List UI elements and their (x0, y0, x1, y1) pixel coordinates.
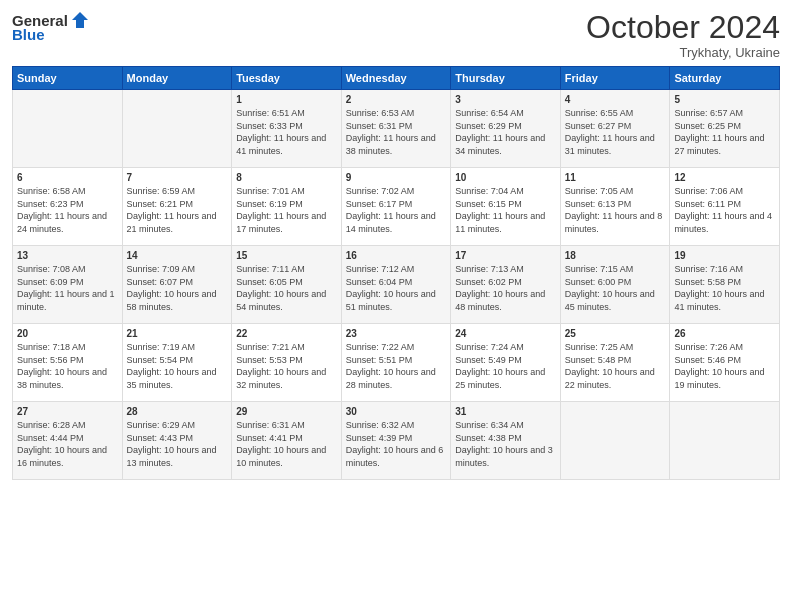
day-number: 26 (674, 328, 775, 339)
calendar-cell: 28Sunrise: 6:29 AMSunset: 4:43 PMDayligh… (122, 402, 232, 480)
weekday-header: Tuesday (232, 67, 342, 90)
day-info: Sunrise: 7:24 AMSunset: 5:49 PMDaylight:… (455, 341, 556, 391)
calendar-cell: 26Sunrise: 7:26 AMSunset: 5:46 PMDayligh… (670, 324, 780, 402)
calendar-cell: 5Sunrise: 6:57 AMSunset: 6:25 PMDaylight… (670, 90, 780, 168)
day-info: Sunrise: 7:12 AMSunset: 6:04 PMDaylight:… (346, 263, 447, 313)
calendar-week-row: 13Sunrise: 7:08 AMSunset: 6:09 PMDayligh… (13, 246, 780, 324)
calendar-cell: 14Sunrise: 7:09 AMSunset: 6:07 PMDayligh… (122, 246, 232, 324)
day-info: Sunrise: 7:16 AMSunset: 5:58 PMDaylight:… (674, 263, 775, 313)
calendar-cell (13, 90, 123, 168)
svg-marker-0 (72, 12, 88, 28)
calendar-cell: 15Sunrise: 7:11 AMSunset: 6:05 PMDayligh… (232, 246, 342, 324)
calendar-week-row: 1Sunrise: 6:51 AMSunset: 6:33 PMDaylight… (13, 90, 780, 168)
day-info: Sunrise: 7:19 AMSunset: 5:54 PMDaylight:… (127, 341, 228, 391)
calendar-cell: 7Sunrise: 6:59 AMSunset: 6:21 PMDaylight… (122, 168, 232, 246)
calendar-cell: 3Sunrise: 6:54 AMSunset: 6:29 PMDaylight… (451, 90, 561, 168)
calendar-cell: 30Sunrise: 6:32 AMSunset: 4:39 PMDayligh… (341, 402, 451, 480)
calendar-cell: 4Sunrise: 6:55 AMSunset: 6:27 PMDaylight… (560, 90, 670, 168)
calendar-cell: 23Sunrise: 7:22 AMSunset: 5:51 PMDayligh… (341, 324, 451, 402)
calendar-cell: 24Sunrise: 7:24 AMSunset: 5:49 PMDayligh… (451, 324, 561, 402)
calendar-cell: 27Sunrise: 6:28 AMSunset: 4:44 PMDayligh… (13, 402, 123, 480)
day-number: 4 (565, 94, 666, 105)
calendar-cell: 17Sunrise: 7:13 AMSunset: 6:02 PMDayligh… (451, 246, 561, 324)
logo-icon (70, 10, 90, 30)
day-info: Sunrise: 7:18 AMSunset: 5:56 PMDaylight:… (17, 341, 118, 391)
day-info: Sunrise: 6:59 AMSunset: 6:21 PMDaylight:… (127, 185, 228, 235)
calendar-cell: 8Sunrise: 7:01 AMSunset: 6:19 PMDaylight… (232, 168, 342, 246)
day-info: Sunrise: 6:32 AMSunset: 4:39 PMDaylight:… (346, 419, 447, 469)
day-number: 3 (455, 94, 556, 105)
calendar-cell: 6Sunrise: 6:58 AMSunset: 6:23 PMDaylight… (13, 168, 123, 246)
calendar-cell (560, 402, 670, 480)
title-block: October 2024 Trykhaty, Ukraine (586, 10, 780, 60)
calendar-cell: 31Sunrise: 6:34 AMSunset: 4:38 PMDayligh… (451, 402, 561, 480)
calendar-cell: 20Sunrise: 7:18 AMSunset: 5:56 PMDayligh… (13, 324, 123, 402)
day-number: 5 (674, 94, 775, 105)
weekday-header: Saturday (670, 67, 780, 90)
calendar-week-row: 27Sunrise: 6:28 AMSunset: 4:44 PMDayligh… (13, 402, 780, 480)
day-number: 7 (127, 172, 228, 183)
month-title: October 2024 (586, 10, 780, 45)
calendar-cell: 21Sunrise: 7:19 AMSunset: 5:54 PMDayligh… (122, 324, 232, 402)
calendar-cell: 11Sunrise: 7:05 AMSunset: 6:13 PMDayligh… (560, 168, 670, 246)
day-info: Sunrise: 7:22 AMSunset: 5:51 PMDaylight:… (346, 341, 447, 391)
day-number: 10 (455, 172, 556, 183)
day-number: 21 (127, 328, 228, 339)
location-title: Trykhaty, Ukraine (586, 45, 780, 60)
day-number: 29 (236, 406, 337, 417)
day-info: Sunrise: 7:15 AMSunset: 6:00 PMDaylight:… (565, 263, 666, 313)
day-info: Sunrise: 7:09 AMSunset: 6:07 PMDaylight:… (127, 263, 228, 313)
day-info: Sunrise: 6:53 AMSunset: 6:31 PMDaylight:… (346, 107, 447, 157)
day-info: Sunrise: 6:57 AMSunset: 6:25 PMDaylight:… (674, 107, 775, 157)
weekday-header: Wednesday (341, 67, 451, 90)
day-info: Sunrise: 7:04 AMSunset: 6:15 PMDaylight:… (455, 185, 556, 235)
calendar-cell: 19Sunrise: 7:16 AMSunset: 5:58 PMDayligh… (670, 246, 780, 324)
day-number: 11 (565, 172, 666, 183)
day-info: Sunrise: 7:02 AMSunset: 6:17 PMDaylight:… (346, 185, 447, 235)
day-number: 13 (17, 250, 118, 261)
day-info: Sunrise: 6:34 AMSunset: 4:38 PMDaylight:… (455, 419, 556, 469)
day-info: Sunrise: 7:05 AMSunset: 6:13 PMDaylight:… (565, 185, 666, 235)
day-info: Sunrise: 7:11 AMSunset: 6:05 PMDaylight:… (236, 263, 337, 313)
weekday-header: Sunday (13, 67, 123, 90)
calendar-cell (670, 402, 780, 480)
day-info: Sunrise: 7:06 AMSunset: 6:11 PMDaylight:… (674, 185, 775, 235)
calendar-cell: 2Sunrise: 6:53 AMSunset: 6:31 PMDaylight… (341, 90, 451, 168)
day-info: Sunrise: 7:26 AMSunset: 5:46 PMDaylight:… (674, 341, 775, 391)
calendar-cell: 16Sunrise: 7:12 AMSunset: 6:04 PMDayligh… (341, 246, 451, 324)
day-number: 17 (455, 250, 556, 261)
day-number: 27 (17, 406, 118, 417)
day-info: Sunrise: 7:01 AMSunset: 6:19 PMDaylight:… (236, 185, 337, 235)
day-number: 12 (674, 172, 775, 183)
day-number: 14 (127, 250, 228, 261)
day-number: 30 (346, 406, 447, 417)
day-info: Sunrise: 6:29 AMSunset: 4:43 PMDaylight:… (127, 419, 228, 469)
day-number: 15 (236, 250, 337, 261)
day-info: Sunrise: 6:51 AMSunset: 6:33 PMDaylight:… (236, 107, 337, 157)
day-info: Sunrise: 6:28 AMSunset: 4:44 PMDaylight:… (17, 419, 118, 469)
day-number: 16 (346, 250, 447, 261)
calendar-cell (122, 90, 232, 168)
day-number: 22 (236, 328, 337, 339)
day-number: 20 (17, 328, 118, 339)
day-number: 2 (346, 94, 447, 105)
day-number: 23 (346, 328, 447, 339)
day-number: 25 (565, 328, 666, 339)
day-number: 18 (565, 250, 666, 261)
calendar-cell: 12Sunrise: 7:06 AMSunset: 6:11 PMDayligh… (670, 168, 780, 246)
day-number: 31 (455, 406, 556, 417)
weekday-header-row: SundayMondayTuesdayWednesdayThursdayFrid… (13, 67, 780, 90)
day-number: 8 (236, 172, 337, 183)
weekday-header: Friday (560, 67, 670, 90)
day-number: 9 (346, 172, 447, 183)
calendar-cell: 9Sunrise: 7:02 AMSunset: 6:17 PMDaylight… (341, 168, 451, 246)
calendar-cell: 29Sunrise: 6:31 AMSunset: 4:41 PMDayligh… (232, 402, 342, 480)
calendar-week-row: 6Sunrise: 6:58 AMSunset: 6:23 PMDaylight… (13, 168, 780, 246)
day-info: Sunrise: 7:21 AMSunset: 5:53 PMDaylight:… (236, 341, 337, 391)
day-info: Sunrise: 6:54 AMSunset: 6:29 PMDaylight:… (455, 107, 556, 157)
day-info: Sunrise: 6:58 AMSunset: 6:23 PMDaylight:… (17, 185, 118, 235)
logo-blue: Blue (12, 26, 45, 43)
day-number: 28 (127, 406, 228, 417)
day-number: 19 (674, 250, 775, 261)
calendar-cell: 13Sunrise: 7:08 AMSunset: 6:09 PMDayligh… (13, 246, 123, 324)
